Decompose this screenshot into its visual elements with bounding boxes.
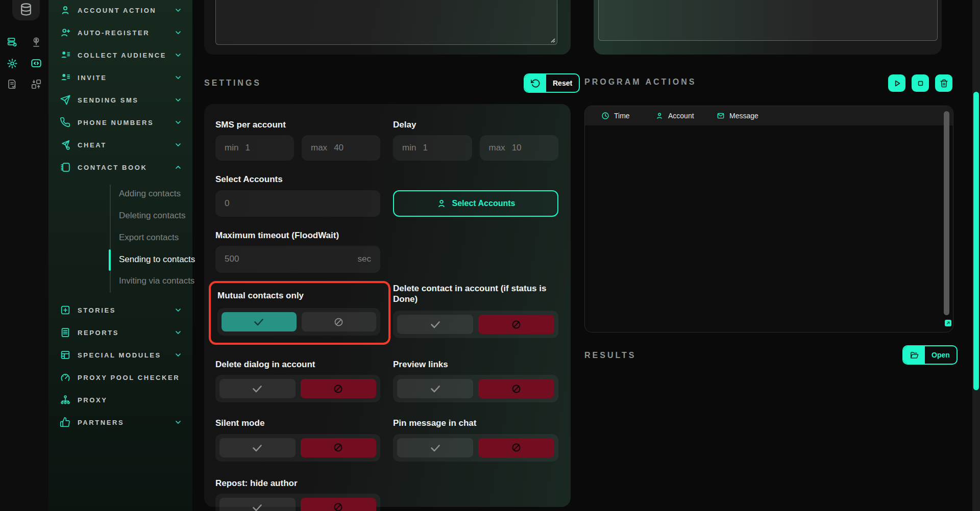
preview-links-label: Preview links xyxy=(393,359,558,370)
person-list-icon xyxy=(60,49,71,61)
reset-button[interactable]: Reset xyxy=(524,73,580,93)
sidebar-item-contact-book[interactable]: CONTACT BOOK xyxy=(60,157,182,177)
toggle-on-button[interactable] xyxy=(397,438,473,457)
timeout-label: Maximum timeout (FloodWait) xyxy=(215,230,558,241)
toggle-on-button[interactable] xyxy=(222,312,297,331)
paper-plane-icon xyxy=(60,94,71,106)
chevron-up-icon xyxy=(174,163,182,171)
delay-max-input[interactable]: max10 xyxy=(480,135,559,161)
open-results-button[interactable]: Open xyxy=(902,345,958,365)
chevron-down-icon xyxy=(174,96,182,104)
gear-icon[interactable] xyxy=(7,58,18,69)
sidebar-item-inviting-via-contacts[interactable]: Inviting via contacts xyxy=(119,273,194,289)
stop-button[interactable] xyxy=(912,74,929,92)
chevron-down-icon xyxy=(174,351,182,359)
sidebar-item-collect-audience[interactable]: COLLECT AUDIENCE xyxy=(60,45,182,65)
delete-button[interactable] xyxy=(935,74,952,92)
sidebar-item-invite[interactable]: INVITE xyxy=(60,67,182,88)
database-icon xyxy=(18,2,34,17)
chevron-down-icon xyxy=(174,6,182,14)
sidebar-item-sending-sms[interactable]: SENDING SMS xyxy=(60,90,182,110)
document-check-icon[interactable] xyxy=(7,79,18,90)
delay-min-input[interactable]: min1 xyxy=(393,135,472,161)
log-card xyxy=(594,0,942,55)
sidebar-item-special-modules[interactable]: SPECIAL MODULES xyxy=(60,345,182,365)
code-window-icon[interactable] xyxy=(31,58,42,69)
page-scrollbar-thumb[interactable] xyxy=(973,92,979,390)
page-scrollbar-track[interactable] xyxy=(972,0,980,511)
toggle-on-button[interactable] xyxy=(397,315,473,334)
sidebar-item-stories[interactable]: STORIES xyxy=(60,300,182,320)
pin-message-label: Pin message in chat xyxy=(393,418,558,428)
toggle-on-button[interactable] xyxy=(397,379,473,398)
table-scrollbar[interactable] xyxy=(944,111,949,315)
toggle-off-button[interactable] xyxy=(301,379,377,398)
slash-circle-icon xyxy=(333,384,344,394)
person-broadcast-icon[interactable] xyxy=(31,37,42,48)
toggle-off-button[interactable] xyxy=(302,312,377,331)
icon-rail xyxy=(0,0,48,511)
toggle-off-button[interactable] xyxy=(478,315,554,334)
sidebar-item-proxy[interactable]: PROXY xyxy=(60,390,182,410)
sidebar-item-auto-register[interactable]: AUTO-REGISTER xyxy=(60,22,182,43)
sidebar-item-reports[interactable]: REPORTS xyxy=(60,322,182,343)
select-accounts-label: Select Accounts xyxy=(215,174,558,185)
check-icon xyxy=(251,442,263,454)
sidebar-item-export-contacts[interactable]: Export contacts xyxy=(119,230,179,245)
submenu-guide-line xyxy=(110,185,111,293)
delete-contact-label: Delete contact in account (if status is … xyxy=(393,283,558,305)
column-message[interactable]: Message xyxy=(717,112,758,120)
chevron-down-icon xyxy=(174,418,182,426)
sidebar-item-adding-contacts[interactable]: Adding contacts xyxy=(119,186,181,201)
log-textarea[interactable] xyxy=(598,0,938,41)
program-actions-table: Time Account Message xyxy=(584,106,953,333)
sidebar-item-proxy-pool-checker[interactable]: PROXY POOL CHECKER xyxy=(60,367,182,388)
network-icon xyxy=(60,394,71,405)
check-icon xyxy=(429,442,442,454)
toggle-off-button[interactable] xyxy=(301,438,377,457)
timeout-input[interactable]: 500sec xyxy=(215,246,380,273)
speedometer-icon xyxy=(60,372,71,383)
toggle-off-button[interactable] xyxy=(301,498,377,511)
slash-circle-icon xyxy=(511,384,522,394)
resize-grip-icon[interactable] xyxy=(549,37,555,43)
preview-links-toggle xyxy=(393,375,558,402)
sidebar-item-sending-to-contacts[interactable]: Sending to contacts xyxy=(119,252,195,267)
selected-accounts-count-input[interactable]: 0 xyxy=(215,190,380,217)
settings-title: SETTINGS xyxy=(204,79,261,88)
check-icon xyxy=(253,316,265,328)
sidebar-item-partners[interactable]: PARTNERS xyxy=(60,412,182,432)
play-button[interactable] xyxy=(888,74,905,92)
folder-open-icon xyxy=(903,346,925,364)
column-time[interactable]: Time xyxy=(601,112,655,120)
toggle-off-button[interactable] xyxy=(478,438,554,457)
sms-per-account-label: SMS per account xyxy=(215,119,380,130)
sidebar-item-cheat[interactable]: CHEAT xyxy=(60,135,182,155)
toggle-on-button[interactable] xyxy=(219,379,296,398)
table-resize-handle[interactable] xyxy=(945,320,951,326)
settings-panel: SMS per account min1 max40 Delay min1 ma… xyxy=(204,104,571,507)
silent-mode-label: Silent mode xyxy=(215,418,380,428)
toggle-off-button[interactable] xyxy=(478,379,554,398)
toggle-on-button[interactable] xyxy=(219,438,296,457)
select-accounts-button[interactable]: Select Accounts xyxy=(393,190,558,217)
message-textarea[interactable] xyxy=(215,0,557,45)
toggle-on-button[interactable] xyxy=(219,498,296,511)
sms-max-input[interactable]: max40 xyxy=(302,135,380,161)
sidebar-item-deleting-contacts[interactable]: Deleting contacts xyxy=(119,208,185,223)
column-account[interactable]: Account xyxy=(655,112,717,120)
sms-min-input[interactable]: min1 xyxy=(215,135,294,161)
sidebar-item-account-action[interactable]: ACCOUNT ACTION xyxy=(60,0,182,20)
sidebar: ACCOUNT ACTION AUTO-REGISTER COLLECT AUD… xyxy=(48,0,192,511)
chevron-down-icon xyxy=(174,141,182,149)
slash-circle-icon xyxy=(333,442,344,453)
server-check-icon[interactable] xyxy=(7,37,18,48)
clock-icon xyxy=(601,112,609,120)
sidebar-item-phone-numbers[interactable]: PHONE NUMBERS xyxy=(60,112,182,133)
notebook-icon xyxy=(60,162,71,173)
swap-icon[interactable] xyxy=(31,79,42,90)
open-label: Open xyxy=(925,346,957,364)
delete-dialog-label: Delete dialog in account xyxy=(215,359,380,370)
table-header: Time Account Message xyxy=(585,106,953,125)
app-logo-tile[interactable] xyxy=(12,0,40,20)
